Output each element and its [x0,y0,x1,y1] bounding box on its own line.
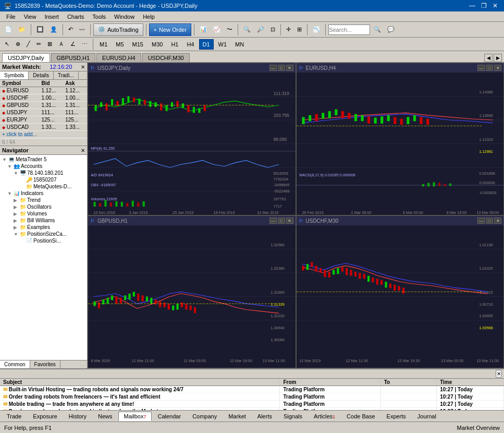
crosshair-tool[interactable]: ⊕ [13,39,23,50]
terminal-tab-articles[interactable]: Articles1 [308,412,341,421]
tf-m30[interactable]: M30 [148,39,166,50]
market-watch-row[interactable]: ◆ USDCHF 1.00... 1.00... [0,94,87,102]
line-tool[interactable]: ╱ [24,39,33,50]
pen-tool[interactable]: ✏ [34,39,44,50]
search-input[interactable] [328,25,370,35]
menu-window[interactable]: Window [110,13,139,21]
terminal-tab-mailbox[interactable]: Mailbox7 [118,412,152,421]
open-button[interactable]: 📁 [16,23,28,36]
angle-tool[interactable]: ∠ [68,39,78,50]
message-row[interactable]: ✉ Order trading robots from freelancers … [0,393,504,401]
navigator-tree-item[interactable]: ▶ 📁 Trend [1,197,86,203]
menu-tools[interactable]: Tools [88,13,110,21]
search-button[interactable]: 🔍 [371,23,384,36]
maximize-button[interactable]: ❐ [479,2,488,10]
market-watch-row[interactable]: ◆ USDCAD 1.33... 1.33... [0,124,87,131]
nav-tab-common[interactable]: Common [0,360,30,368]
terminal-tab-company[interactable]: Company [187,412,223,421]
chart-nav-left[interactable]: ◀ [484,54,493,62]
terminal-tab-market[interactable]: Market [223,412,252,421]
menu-charts[interactable]: Charts [63,13,88,21]
details-tab[interactable]: Details [29,71,54,79]
terminal-tab-alerts[interactable]: Alerts [252,412,278,421]
terminal-tab-signals[interactable]: Signals [278,412,308,421]
minimize-button[interactable]: — [468,2,477,10]
navigator-tree-item[interactable]: ▼ 👥 Accounts [1,163,86,170]
period-sep-button[interactable]: ⊞ [294,23,304,36]
terminal-tab-experts[interactable]: Experts [381,412,412,421]
symbols-tab[interactable]: Symbols [0,71,29,79]
tf-m1[interactable]: M1 [96,39,111,50]
navigator-tree-item[interactable]: ▼ 📁 PositionSizeCa... [1,231,86,237]
zoom-button[interactable]: 🔲 [34,23,46,36]
terminal-tab-calendar[interactable]: Calendar [152,412,187,421]
close-button[interactable]: ✕ [490,2,500,10]
tf-w1[interactable]: W1 [215,39,231,50]
chart-type2-button[interactable]: 📈 [211,23,223,36]
chart-type3-button[interactable]: 〜 [224,23,235,36]
tf-m15[interactable]: M15 [129,39,147,50]
undo-button[interactable]: ↶ [66,23,76,36]
terminal-tab-history[interactable]: History [63,412,92,421]
nav-tab-favorites[interactable]: Favorites [30,360,60,368]
chart4-maximize[interactable]: □ [486,218,493,224]
speech-button[interactable]: 💬 [385,23,397,36]
chart3-close[interactable]: ✕ [286,218,293,224]
market-watch-row[interactable]: ◆ EURUSD 1.12... 1.12... [0,87,87,94]
terminal-close-button[interactable]: ✕ [496,370,502,378]
zoom-out-button[interactable]: 🔎 [254,23,267,36]
chart1-minimize[interactable]: — [269,65,277,71]
market-watch-row[interactable]: ◆ USDJPY 111... 111... [0,109,87,116]
tf-d1[interactable]: D1 [199,39,214,50]
chart1-close[interactable]: ✕ [286,65,293,71]
chart3-minimize[interactable]: — [269,218,277,224]
terminal-tab-news[interactable]: News [92,412,118,421]
fib-tool[interactable]: ⊠ [45,39,55,50]
navigator-tree-item[interactable]: 📁 MetaQuotes-D... [1,183,86,190]
navigator-tree-item[interactable]: ▼ 📊 Indicators [1,190,86,197]
tf-h4[interactable]: H4 [183,39,198,50]
navigator-tree-item[interactable]: 🔑 15850207 [1,176,86,183]
tf-h1[interactable]: H1 [167,39,182,50]
chart1-maximize[interactable]: □ [278,65,285,71]
message-row[interactable]: ✉ Built-in Virtual Hosting — trading rob… [0,386,504,393]
market-watch-row[interactable]: ◆ GBPUSD 1.31... 1.31... [0,102,87,109]
chart4-close[interactable]: ✕ [494,218,501,224]
terminal-tab-code-base[interactable]: Code Base [341,412,380,421]
menu-view[interactable]: View [20,13,41,21]
autotrading-button[interactable]: ⚙️ AutoTrading [93,23,143,36]
chart2-close[interactable]: ✕ [494,65,501,71]
navigator-tree-item[interactable]: ▶ 📁 Bill Williams [1,217,86,224]
chart2-minimize[interactable]: — [477,65,485,71]
navigator-tree-item[interactable]: ▼ 🖥️ 78.140.180.201 [1,170,86,176]
more-tool[interactable]: ⋯ [79,39,90,50]
zoom-fit-button[interactable]: ⊡ [268,23,278,36]
tf-m5[interactable]: M5 [112,39,127,50]
crosshair-button[interactable]: ✛ [284,23,293,36]
market-watch-close[interactable]: ✕ [81,64,85,70]
chart-tab-usdchf[interactable]: USDCHF,M30 [142,53,190,62]
chart-tab-eurusd[interactable]: EURUSD,H4 [96,53,141,62]
market-watch-row[interactable]: ◆ EURJPY 125... 125... [0,116,87,124]
profile-button[interactable]: 👤 [47,23,60,36]
message-row[interactable]: ✉ Mobile trading — trade from anywhere a… [0,401,504,408]
navigator-tree-item[interactable]: ▶ 📁 Volumes [1,210,86,217]
chart2-maximize[interactable]: □ [486,65,493,71]
menu-insert[interactable]: Insert [40,13,63,21]
terminal-tab-trade[interactable]: Trade [1,412,27,421]
market-watch-row[interactable]: + click to add... [0,131,87,138]
message-row[interactable]: ✉ Purchase ready-made robots and indicat… [0,408,504,411]
zoom-in-button[interactable]: 🔍 [241,23,253,36]
terminal-tab-journal[interactable]: Journal [412,412,442,421]
text-tool[interactable]: Ａ [56,39,67,50]
indicator-button[interactable]: 〰 [77,23,88,36]
navigator-tree-item[interactable]: ▶ 📁 Oscillators [1,203,86,210]
chart3-maximize[interactable]: □ [278,218,285,224]
navigator-tree-item[interactable]: ▼ 💻 MetaTrader 5 [1,156,86,163]
menu-file[interactable]: File [2,13,20,21]
chart-nav-right[interactable]: ▶ [494,54,502,62]
chart-bar-button[interactable]: 📉 [310,23,323,36]
tradi-tab[interactable]: Tradi... [54,71,79,79]
chart4-minimize[interactable]: — [477,218,485,224]
new-chart-button[interactable]: 📄 [2,23,15,36]
